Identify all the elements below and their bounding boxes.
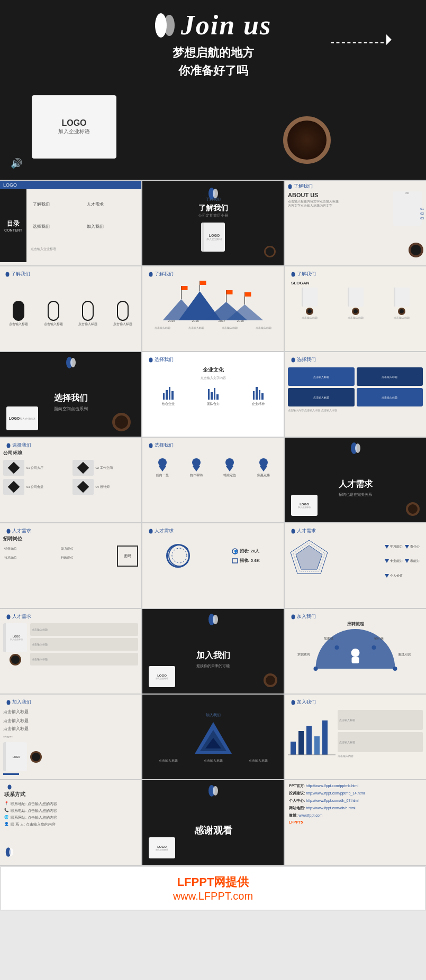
svg-text:求职意向: 求职意向 [297,653,310,656]
svg-text:👤: 👤 [233,549,238,554]
slide-profiles: 了解我们 SLOGAN 点击输入标题 点击输入标题 点击输入标题 [285,266,426,351]
svg-text:2017: 2017 [219,319,226,322]
svg-point-61 [314,667,318,671]
svg-point-41 [149,529,153,533]
slide-input-nb: 人才需求 LOGO 加入企业标语 点击输入标题 点击输入标题 点击输入标题 [0,609,141,694]
bar-chart-1 [163,385,174,400]
culture-icons: 热心企业 团队合力 企业精神 [146,385,280,406]
talent-bean [350,442,361,457]
svg-rect-56 [352,657,359,663]
sound-icon: 🔊 [11,158,22,169]
svg-point-1 [164,15,175,36]
bar-chart-2 [208,385,219,400]
slide-jobs: 人才需求 招聘岗位 销售岗位 助力岗位 技术岗位 行政岗位 图码 [0,523,141,608]
about-section-label: 了解我们 [285,181,426,191]
svg-point-25 [70,358,76,367]
svg-rect-74 [322,720,328,755]
svg-point-54 [292,614,295,619]
about-coffee [264,246,276,257]
toc-body: 目录 CONTENT 了解我们 人才需求 选择我们 加入我们 点击输入企业标语 [0,189,141,262]
svg-point-47 [292,529,295,533]
culture-section: 选择我们 [146,354,280,364]
svg-text:通过入职: 通过入职 [398,653,411,656]
talent-coffee [406,502,420,516]
skill-list: 学习能力 责任心 专业能力 表能力 个人价值 [385,541,423,582]
toc-left: 目录 CONTENT [0,189,26,262]
svg-point-40 [7,529,11,533]
svg-point-36 [259,458,268,467]
brand-name: LFPPT网提供 [12,874,414,890]
svg-point-80 [213,786,218,796]
slide-env: 选择我们 公司环境 01 公司大厅 02 工作空间 03 公司食堂 [0,438,141,522]
slide-toggles: 了解我们 点击输入标题 点击输入标题 点击输入标题 点击输入标题 [0,266,141,351]
svg-point-64 [393,667,397,671]
slide-counts: 人才需求 👤 招收: 20人 招收: [142,523,284,608]
toc-item-1: 了解我们 [31,200,84,208]
svg-point-39 [355,443,360,453]
toggle-1: 点击输入标题 [9,301,28,327]
recruit-section: 加入我们 [288,611,423,621]
svg-point-76 [8,785,12,790]
count-row: 👤 招收: 20人 招收: 5-6K [146,544,280,568]
pyramid-labels: 点击输入标题 点击输入标题 点击输入标题 [146,759,280,763]
contact-section [4,782,137,791]
svg-point-63 [372,645,376,650]
svg-point-53 [213,615,218,624]
svg-rect-46 [232,559,238,563]
slide-selectus-dark: 选择我们 面向空间点击系列 LOGO 加入企业标语 [0,352,141,437]
svg-point-43 [172,548,187,563]
recruit-diagram: 求职意向 笔面试 签约来 通过入职 [288,629,423,671]
slide-recruit: 加入我们 应聘流程 求职意向 笔面试 签约来 通过入职 [285,609,426,694]
bar-chart-3 [253,385,264,400]
about-notebook: LOGO 加入企业标语 [201,223,225,252]
svg-point-78 [9,848,13,856]
svg-rect-16 [226,290,233,294]
slide-joinus-dark: 加入我们 迎接你的未来的可能 LOGO 加入企业标语 [142,609,284,694]
svg-point-55 [351,649,360,657]
selectus-coffee [112,413,131,431]
svg-marker-31 [159,466,166,471]
thanks-notebook: LOGO 加入企业标语 [149,837,175,858]
joinus-notebook: LOGO 加入企业标语 [149,666,175,687]
toc-item-4: 加入我们 [85,223,138,230]
thanks-bean [208,784,219,799]
svg-rect-72 [306,726,312,755]
slide-culture: 选择我们 企业文化 点击输入文字内容 热心企业 [142,352,284,437]
profile-items: 点击输入标题 点击输入标题 点击输入标题 [288,288,423,319]
svg-point-3 [213,189,218,198]
svg-rect-70 [291,742,296,755]
slide-skills: 人才需求 学习能力 责任心 [285,523,426,608]
slide-bar-chart: 加入我们 点击输入标题 点击输入标题 点击输入内容 [285,695,426,779]
selectus-notebook: LOGO 加入企业标语 [6,406,38,430]
svg-point-32 [192,458,201,467]
brand-footer: LFPPT网提供 www.LFPPT.com [0,866,426,911]
toggle-2: 点击输入标题 [44,301,63,327]
toggle-3: 点击输入标题 [78,301,97,327]
slide-links: PPT官方: http://www.lfppt.com/pptmb.html 投… [285,780,426,865]
slide-join-text1: 加入我们 点击输入标题 点击输入标题 点击输入标题 slogan LOGO [0,695,141,779]
mountain-section: 了解我们 [146,269,280,279]
svg-rect-14 [200,281,206,285]
bar-chart-section: 加入我们 [288,697,423,707]
about-nb: nb [393,191,422,226]
hero-coffee [283,116,331,164]
svg-point-62 [335,645,339,650]
profiles-section: 了解我们 [288,269,423,279]
counts-section: 人才需求 [146,525,280,535]
joinus-coffee [264,673,277,687]
svg-text:2018: 2018 [237,319,244,322]
slide-puzzle: 选择我们 点击输入标题 点击输入标题 点击输入标题 点击输入标题 点击输入内容 … [285,352,426,437]
slide-about-text: 了解我们 ABOUT US 点击输入标题内容文字点击输入标题内容文字点击输入标题… [285,181,426,265]
env-grid: 01 公司大厅 02 工作空间 03 公司食堂 04 设计师 [3,460,138,495]
job-qr: 图码 [117,546,138,567]
slide-thanks: 感谢观看 LOGO 加入企业标语 [142,780,284,865]
svg-point-29 [149,443,153,448]
hero-title: Join us [155,10,272,41]
svg-point-28 [7,443,11,448]
svg-point-65 [7,700,11,705]
slide-about-dark: 了解我们 了解我们 公司定期简历小册 LOGO 加入企业标语 [142,181,284,265]
about-cf [409,243,423,257]
pyramid-chart [192,719,234,756]
svg-marker-33 [193,466,200,471]
toc-items: 了解我们 人才需求 选择我们 加入我们 点击输入企业标语 [26,189,141,262]
